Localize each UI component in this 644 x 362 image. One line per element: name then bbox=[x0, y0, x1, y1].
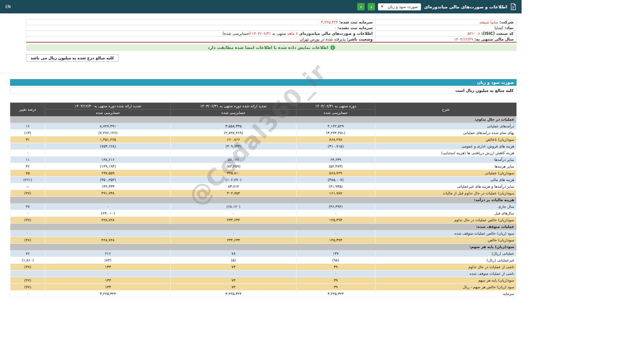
row-value: ۷۳ bbox=[171, 284, 296, 291]
row-value: ۰ bbox=[171, 210, 296, 217]
table-row: هزینه های مالی (۳۸۵,۰۰۷) (۱۰۶,۷۷۰) (۳۵۰,… bbox=[10, 177, 517, 183]
row-value: ۳۹ bbox=[296, 264, 375, 270]
row-label: سال‌های قبل bbox=[375, 210, 516, 217]
row-change: ۷۶ bbox=[10, 250, 45, 257]
registered-capital-cell: سرمایه ثبت شده: ۳,۲۲۵,۳۲۴ bbox=[26, 19, 376, 25]
statement-rows: عملیات در حال تداوم: درآمدهای عملیاتی ۴,… bbox=[10, 116, 517, 297]
row-value: (۶۸,۱۲۰) bbox=[171, 203, 296, 210]
table-row: سایر هزینه‌ها (۵۲,۴۷۳) (۸۲,۴۸۹) (۱۴۹,۱۹۴… bbox=[10, 163, 517, 170]
row-value: ۰ bbox=[45, 150, 171, 157]
row-change: (۴۷) bbox=[10, 277, 45, 284]
row-change: (۴۷) bbox=[10, 217, 45, 224]
table-row: سال‌های قبل ۰ ۰ (۶۳,۰۱۰) ۰ bbox=[10, 210, 517, 217]
row-value: ۱۲۵,۳۹۳ bbox=[296, 217, 375, 224]
row-value: ۱۴۸,۶۱۶ bbox=[45, 157, 171, 163]
report-type-select[interactable]: صورت سود و زیان ▼ bbox=[378, 3, 421, 10]
nav-forward-button[interactable]: › bbox=[368, 3, 375, 10]
row-label: سرمایه bbox=[375, 291, 516, 297]
table-row: سود(زیان) عملیات در حال تداوم قبل از مال… bbox=[10, 190, 517, 197]
unregistered-capital-cell: سرمایه ثبت نشده: ۰ bbox=[26, 25, 376, 31]
col-header-period-2: تجدید ارائه شده دوره منتهی به ۱۴۰۳/۰۶/۳۱ bbox=[171, 103, 296, 110]
row-value: ۰ bbox=[171, 150, 296, 157]
row-value: (۸۳) bbox=[45, 257, 171, 264]
row-label: بهای تمام شده درآمدهای عملیاتی bbox=[375, 130, 516, 136]
row-value: (۳۱۰,۷۱۵) bbox=[296, 143, 375, 150]
row-value: ۳۹ bbox=[296, 284, 375, 291]
isic-value: ۵۴۱۰۰۶ bbox=[468, 31, 480, 36]
row-change: (۱۳) bbox=[10, 130, 45, 136]
publisher-status-cell: وضعیت ناشر: پذیرفته شده در بورس تهران bbox=[26, 37, 376, 43]
period-length: ۶ ماهه bbox=[287, 31, 298, 36]
row-value: ۰ bbox=[296, 230, 375, 237]
row-label: ناشی از عملیات در حال تداوم bbox=[375, 264, 516, 270]
fiscal-year-label: سال مالی منتهی به: bbox=[474, 37, 514, 42]
row-value: ۶۹۷,۵۵۹ bbox=[45, 170, 171, 177]
company-name-link[interactable]: سایپا شیشه bbox=[479, 20, 498, 24]
row-change: ۰ bbox=[10, 143, 45, 150]
row-value: ۱۴۴,۴۳۳ bbox=[45, 183, 171, 190]
period-audit-suffix: (حسابرسی شده) bbox=[222, 31, 251, 36]
row-value: (۵۲,۴۷۳) bbox=[296, 163, 375, 170]
row-value: ۳,۲۲۵,۳۲۴ bbox=[296, 291, 375, 297]
signature-match-banner: i اطلاعات نمایش داده شده با اطلاعات امضا… bbox=[26, 44, 517, 51]
row-change: (۴۷) bbox=[10, 237, 45, 244]
row-label: سال جاری bbox=[375, 203, 516, 210]
row-value: ۰ bbox=[296, 270, 375, 277]
period-end-date: ۱۴۰۴/۰۶/۳۱ bbox=[252, 31, 271, 36]
section-label: عملیات در حال تداوم: bbox=[10, 116, 517, 123]
fiscal-year-cell: سال مالی منتهی به: ۱۴۰۴/۱۲/۲۹ bbox=[376, 37, 517, 43]
row-change: ۱۱ bbox=[10, 157, 45, 163]
row-change: ۰ bbox=[10, 150, 45, 157]
table-row: ناشی از عملیات متوقف شده ۰ ۰ ۰ bbox=[10, 270, 517, 277]
table-row: سود(زیان) پایه هر سهم ۳۹ ۷۳ ۱۳۳ (۴۷) bbox=[10, 277, 517, 284]
row-value: (۲,۸۹۷,۴۶۹) bbox=[171, 130, 296, 136]
table-row: غیرعملیاتی (ریال) (۹۸) (۵) (۸۳) (۱,۸۶۰) bbox=[10, 257, 517, 264]
info-row: سال مالی منتهی به: ۱۴۰۴/۱۲/۲۹ وضعیت ناشر… bbox=[26, 37, 517, 43]
row-change: ۰ bbox=[10, 210, 45, 217]
row-value: ۴۹۱,۷۳۸ bbox=[45, 190, 171, 197]
row-value: ۷۳ bbox=[171, 277, 296, 284]
row-change: ۱۶ bbox=[10, 123, 45, 130]
row-label: سایر درآمدها و هزینه های غیرعملیاتی bbox=[375, 183, 516, 190]
row-value: ۰ bbox=[171, 270, 296, 277]
row-label: سایر درآمدها bbox=[375, 157, 516, 163]
row-value: (۳,۲۷۴,۲۵۱) bbox=[296, 130, 375, 136]
section-divider bbox=[0, 73, 522, 73]
nav-back-button[interactable]: ‹ bbox=[357, 3, 365, 10]
row-value: ۵۷,۱۶۶ bbox=[171, 157, 296, 163]
row-change: ۷۵ bbox=[10, 170, 45, 177]
unregistered-capital-label: سرمایه ثبت نشده: bbox=[338, 25, 373, 30]
row-value: (۱۰۶,۷۷۰) bbox=[171, 177, 296, 183]
row-label: سود(زیان) خالص عملیات در حال تداوم bbox=[375, 217, 516, 224]
col-header-period-3: تجدید ارائه شده دوره منتهی به ۱۴۰۳/۱۲/۳۰ bbox=[45, 103, 171, 110]
report-type-selected-value: صورت سود و زیان bbox=[388, 4, 418, 9]
row-change: ۴۷ bbox=[10, 203, 45, 210]
row-value: ۳۲۵,۸۱۰ bbox=[171, 170, 296, 177]
row-value: ۱۶۱,۷۸۷ bbox=[296, 190, 375, 197]
row-label: سود (زیان) خالص هر سهم - ریال bbox=[375, 284, 516, 291]
table-section-row: سود(زیان) پایه هر سهم: bbox=[10, 244, 517, 250]
statement-title-bar: صورت سود و زیان bbox=[10, 79, 517, 86]
row-value: (۲۱,۹۳۵) bbox=[296, 183, 375, 190]
row-value: (۳۰۹,۷۳۳) bbox=[171, 143, 296, 150]
row-label: درآمدهای عملیاتی bbox=[375, 123, 516, 130]
row-change: ۰ bbox=[10, 291, 45, 297]
row-label: سود(زیان) عملیات در حال تداوم قبل از مال… bbox=[375, 190, 516, 197]
row-value: (۷,۲۷۶,۱۲۶) bbox=[45, 130, 171, 136]
table-row: درآمدهای عملیاتی ۴,۱۴۲,۵۲۹ ۳,۵۵۸,۳۳۵ ۸,۷… bbox=[10, 123, 517, 130]
row-value: ۱۳۳ bbox=[45, 277, 171, 284]
info-icon: i bbox=[330, 45, 335, 50]
row-value: (۵) bbox=[171, 257, 296, 264]
registered-capital-label: سرمایه ثبت شده: bbox=[339, 20, 373, 24]
row-value: ۷۸ bbox=[171, 250, 296, 257]
table-row: سود(زیان) ناخالص ۸۶۸,۲۷۸ ۶۶۰,۸۶۶ ۱,۴۵۱,۲… bbox=[10, 136, 517, 143]
info-row: نماد: کساپا سرمایه ثبت نشده: ۰ bbox=[26, 25, 517, 31]
symbol-label: نماد: bbox=[504, 25, 514, 30]
table-row: سود (زیان) خالص عملیات متوقف شده ۰ ۰ ۰ ۰ bbox=[10, 230, 517, 237]
row-value: (۷۵۳,۱۲۸) bbox=[45, 143, 171, 150]
company-cell: شرکت: سایپا شیشه bbox=[376, 19, 517, 25]
row-change: (۱,۸۶۰) bbox=[10, 257, 45, 264]
page-title: اطلاعات و صورت‌های مالی میاندوره‌ای bbox=[424, 4, 507, 9]
language-toggle[interactable]: EN bbox=[5, 4, 11, 9]
row-value: ۰ bbox=[296, 150, 375, 157]
